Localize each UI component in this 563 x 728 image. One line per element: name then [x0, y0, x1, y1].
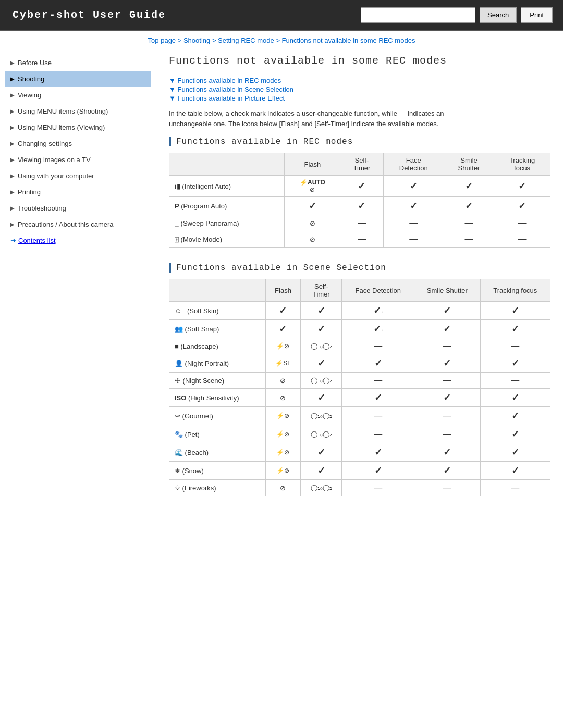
sidebar-item-label: Printing	[18, 188, 41, 196]
mode-cell: ⍐ (Movie Mode)	[169, 231, 285, 248]
table-row: ISO (High Sensitivity) ⊘ ✓ ✓ ✓ ✓	[169, 389, 550, 407]
face-detection-cell: —	[383, 231, 444, 248]
breadcrumb-setting-rec[interactable]: Setting REC mode	[218, 36, 274, 44]
link-scene-selection[interactable]: Functions available in Scene Selection	[169, 85, 550, 93]
sidebar-item-changing-settings[interactable]: ▶ Changing settings	[5, 135, 151, 152]
sidebar-item-using-menu-shooting[interactable]: ▶ Using MENU items (Shooting)	[5, 103, 151, 119]
col-header-self-timer: Self-Timer	[340, 153, 383, 176]
scene-selection-heading: Functions available in Scene Selection	[169, 263, 550, 273]
mode-cell: 👥 (Soft Snap)	[169, 320, 266, 338]
print-button[interactable]: Print	[521, 7, 553, 23]
table-row: ⎯ (Sweep Panorama) ⊘ — — — —	[169, 215, 550, 231]
flash-cell: ⚡AUTO⊘	[285, 176, 340, 197]
mode-cell: ■ (Landscape)	[169, 338, 266, 354]
mode-cell: ☩ (Night Scene)	[169, 373, 266, 389]
flash-cell: ⊘	[285, 215, 340, 231]
face-detection-cell: ✓	[342, 389, 414, 407]
table-row: ■ (Landscape) ⚡⊘ ◯₁₀◯₂ — — —	[169, 338, 550, 354]
arrow-icon: ▶	[10, 157, 15, 163]
tracking-focus-cell: ✓	[480, 407, 550, 425]
sidebar-item-using-computer[interactable]: ▶ Using with your computer	[5, 168, 151, 184]
rec-modes-table: Flash Self-Timer FaceDetection SmileShut…	[169, 153, 550, 248]
flash-cell: ⊘	[265, 389, 300, 407]
self-timer-cell: ◯₁₀◯₂	[301, 338, 342, 354]
arrow-icon: ▶	[10, 108, 15, 114]
col-header-tracking-focus: Tracking focus	[480, 279, 550, 302]
sidebar-item-label: Precautions / About this camera	[18, 220, 114, 228]
mode-cell: 👤 (Night Portrait)	[169, 354, 266, 373]
sidebar-item-using-menu-viewing[interactable]: ▶ Using MENU items (Viewing)	[5, 119, 151, 135]
mode-cell: 🌊 (Beach)	[169, 443, 266, 462]
tracking-focus-cell: —	[494, 215, 550, 231]
rec-modes-heading: Functions available in REC modes	[169, 137, 550, 146]
sidebar-item-before-use[interactable]: ▶ Before Use	[5, 55, 151, 71]
col-header-mode	[169, 279, 266, 302]
breadcrumb-current[interactable]: Functions not available in some REC mode…	[282, 36, 415, 44]
sidebar-item-label: Using MENU items (Viewing)	[18, 124, 105, 131]
sidebar-item-label: Using with your computer	[18, 172, 94, 180]
sidebar-item-viewing-images-tv[interactable]: ▶ Viewing images on a TV	[5, 152, 151, 168]
sidebar-item-precautions[interactable]: ▶ Precautions / About this camera	[5, 216, 151, 232]
face-detection-cell: ✓	[342, 462, 414, 480]
section-links: Functions available in REC modes Functio…	[169, 77, 550, 102]
contents-list-anchor[interactable]: Contents list	[18, 237, 56, 244]
flash-cell: ⚡⊘	[265, 338, 300, 354]
table-row: ☩ (Night Scene) ⊘ ◯₁₀◯₂ — — —	[169, 373, 550, 389]
col-header-self-timer: Self-Timer	[301, 279, 342, 302]
col-header-smile-shutter: SmileShutter	[444, 153, 494, 176]
sidebar-item-viewing[interactable]: ▶ Viewing	[5, 87, 151, 103]
app-title: Cyber-shot User Guide	[0, 9, 166, 21]
smile-shutter-cell: ✓	[414, 354, 481, 373]
tracking-focus-cell: —	[480, 480, 550, 496]
contents-list-link[interactable]: ➜ Contents list	[5, 232, 151, 249]
table-row: ⍐ (Movie Mode) ⊘ — — — —	[169, 231, 550, 248]
arrow-icon: ▶	[10, 76, 15, 82]
tracking-focus-cell: ✓	[480, 302, 550, 320]
smile-shutter-cell: ✓	[414, 462, 481, 480]
table-row: ⚰ (Gourmet) ⚡⊘ ◯₁₀◯₂ — — ✓	[169, 407, 550, 425]
breadcrumb-shooting[interactable]: Shooting	[183, 36, 210, 44]
arrow-icon: ▶	[10, 221, 15, 227]
flash-cell: ⚡⊘	[265, 425, 300, 443]
face-detection-cell: —	[342, 425, 414, 443]
smile-shutter-cell: ✓	[414, 302, 481, 320]
self-timer-cell: ◯₁₀◯₂	[301, 480, 342, 496]
sidebar-item-label: Using MENU items (Shooting)	[18, 107, 108, 115]
self-timer-cell: ◯₁₀◯₂	[301, 425, 342, 443]
mode-cell: ✩ (Fireworks)	[169, 480, 266, 496]
self-timer-cell: ✓	[340, 197, 383, 215]
search-input[interactable]	[361, 7, 475, 23]
flash-cell: ✓	[265, 302, 300, 320]
col-header-mode	[169, 153, 285, 176]
col-header-flash: Flash	[285, 153, 340, 176]
face-detection-cell: ✓·	[342, 320, 414, 338]
flash-cell: ⚡⊘	[265, 443, 300, 462]
self-timer-cell: ✓	[340, 176, 383, 197]
flash-cell: ⊘	[265, 373, 300, 389]
sidebar-item-troubleshooting[interactable]: ▶ Troubleshooting	[5, 200, 151, 216]
breadcrumb-top[interactable]: Top page	[148, 36, 176, 44]
search-button[interactable]: Search	[480, 7, 517, 23]
tracking-focus-cell: ✓	[480, 443, 550, 462]
sidebar-item-label: Before Use	[18, 59, 52, 67]
sidebar-item-label: Shooting	[18, 75, 44, 83]
table-row: 👥 (Soft Snap) ✓ ✓ ✓· ✓ ✓	[169, 320, 550, 338]
table-row: P (Program Auto) ✓ ✓ ✓ ✓ ✓	[169, 197, 550, 215]
arrow-icon: ▶	[10, 125, 15, 130]
table-header-row: Flash Self-Timer FaceDetection SmileShut…	[169, 153, 550, 176]
link-rec-modes[interactable]: Functions available in REC modes	[169, 77, 550, 84]
sidebar-item-printing[interactable]: ▶ Printing	[5, 184, 151, 200]
sidebar: ▶ Before Use ▶ Shooting ▶ Viewing ▶ Usin…	[0, 55, 156, 533]
flash-cell: ✓	[265, 320, 300, 338]
face-detection-cell: ✓	[342, 354, 414, 373]
face-detection-cell: ✓	[342, 443, 414, 462]
arrow-icon: ▶	[10, 173, 15, 179]
self-timer-cell: —	[340, 231, 383, 248]
tracking-focus-cell: —	[480, 373, 550, 389]
self-timer-cell: ◯₁₀◯₂	[301, 373, 342, 389]
mode-cell: ISO (High Sensitivity)	[169, 389, 266, 407]
link-picture-effect[interactable]: Functions available in Picture Effect	[169, 94, 550, 102]
sidebar-item-label: Viewing images on a TV	[18, 156, 91, 164]
mode-cell: ☺⁺ (Soft Skin)	[169, 302, 266, 320]
sidebar-item-shooting[interactable]: ▶ Shooting	[5, 71, 151, 87]
